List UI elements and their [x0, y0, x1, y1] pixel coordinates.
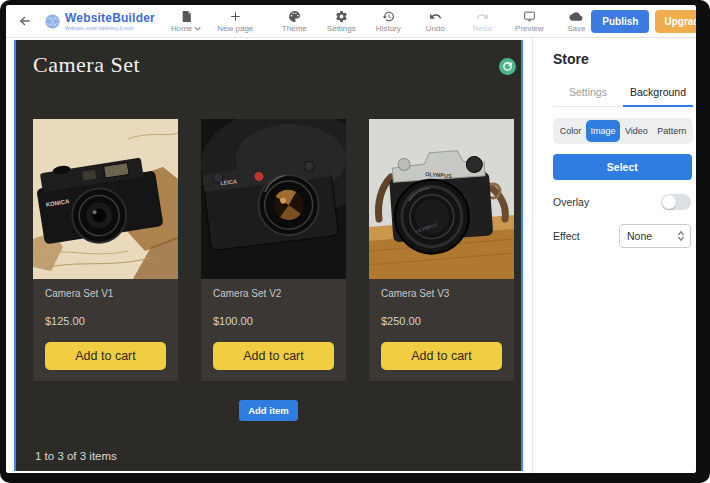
product-name: Camera Set V1 [45, 288, 166, 299]
undo-icon [429, 10, 442, 23]
monitor-icon [523, 10, 536, 23]
tab-settings[interactable]: Settings [553, 80, 623, 106]
undo-button[interactable]: Undo [420, 10, 450, 33]
effect-value: None [627, 230, 652, 242]
page-icon [180, 10, 193, 23]
segment-video[interactable]: Video [620, 120, 652, 142]
product-price: $125.00 [45, 315, 166, 327]
product-price: $250.00 [381, 315, 502, 327]
chevron-down-icon [194, 26, 201, 31]
theme-label: Theme [282, 24, 307, 33]
product-name: Camera Set V3 [381, 288, 502, 299]
product-image-2[interactable]: LEICA [201, 119, 346, 279]
upgrade-button[interactable]: Upgrade [655, 10, 696, 33]
panel-tabs: Settings Background [553, 80, 693, 107]
redo-label: Redo [473, 24, 492, 33]
home-menu[interactable]: Home [171, 10, 201, 33]
redo-button[interactable]: Redo [467, 10, 497, 33]
panel-title: Store [553, 51, 693, 67]
history-label: History [376, 24, 401, 33]
publish-button[interactable]: Publish [591, 10, 649, 33]
preview-label: Preview [515, 24, 543, 33]
preview-button[interactable]: Preview [514, 10, 544, 33]
store-section[interactable]: Camera Set [14, 40, 523, 471]
segment-pattern[interactable]: Pattern [653, 120, 691, 142]
back-arrow-icon [18, 14, 32, 28]
undo-label: Undo [426, 24, 445, 33]
main-area: Camera Set [6, 38, 696, 473]
product-image-3[interactable]: OLYMPUS OLYMPUS [369, 119, 514, 279]
segment-color[interactable]: Color [555, 120, 586, 142]
logo-icon [44, 13, 61, 30]
segment-image[interactable]: Image [586, 120, 620, 142]
toggle-knob [662, 195, 676, 209]
add-item-button[interactable]: Add item [239, 400, 298, 421]
add-to-cart-button-1[interactable]: Add to cart [45, 342, 166, 370]
effect-label: Effect [553, 230, 580, 242]
product-image-1[interactable]: KONICA [33, 119, 178, 279]
website-builder-app: WebsiteBuilder Websites, email marketing… [6, 5, 696, 473]
save-button[interactable]: Save [561, 10, 591, 33]
settings-button[interactable]: Settings [326, 10, 356, 33]
logo-title: WebsiteBuilder [65, 11, 155, 25]
redo-icon [476, 10, 489, 23]
new-page-button[interactable]: New page [217, 10, 253, 33]
logo[interactable]: WebsiteBuilder Websites, email marketing… [44, 11, 155, 31]
product-card-3[interactable]: OLYMPUS OLYMPUS Camera Set V3 [369, 119, 514, 381]
product-name: Camera Set V2 [213, 288, 334, 299]
app-window: WebsiteBuilder Websites, email marketing… [0, 0, 710, 483]
logo-tagline: Websites, email marketing & more [65, 26, 155, 31]
plus-icon [229, 10, 242, 23]
section-title[interactable]: Camera Set [33, 52, 521, 78]
toolbar: WebsiteBuilder Websites, email marketing… [6, 5, 696, 38]
product-grid: KONICA Camera Set V1 $125.00 Add [33, 119, 521, 381]
store-settings-panel: Store Settings Background Color Image Vi… [532, 38, 696, 473]
back-button[interactable] [16, 12, 34, 30]
product-info: Camera Set V1 $125.00 Add to cart [33, 279, 178, 381]
product-card-2[interactable]: LEICA Camera Set V2 [201, 119, 346, 381]
overlay-toggle[interactable] [661, 194, 691, 210]
add-to-cart-button-2[interactable]: Add to cart [213, 342, 334, 370]
editor-canvas-area: Camera Set [6, 38, 532, 473]
product-info: Camera Set V2 $100.00 Add to cart [201, 279, 346, 381]
tab-background[interactable]: Background [623, 80, 693, 107]
stepper-chevrons-icon [677, 230, 685, 242]
background-type-switcher: Color Image Video Pattern [553, 118, 693, 144]
new-page-label: New page [217, 24, 253, 33]
home-label: Home [171, 24, 192, 33]
sync-badge[interactable] [499, 58, 516, 75]
settings-label: Settings [327, 24, 356, 33]
gear-icon [335, 10, 348, 23]
history-button[interactable]: History [373, 10, 403, 33]
pagination-status: 1 to 3 of 3 items [35, 450, 521, 462]
overlay-label: Overlay [553, 196, 589, 208]
select-image-button[interactable]: Select [553, 154, 692, 180]
palette-icon [288, 10, 301, 23]
effect-dropdown[interactable]: None [619, 224, 691, 248]
add-to-cart-button-3[interactable]: Add to cart [381, 342, 502, 370]
product-info: Camera Set V3 $250.00 Add to cart [369, 279, 514, 381]
cloud-icon [569, 10, 583, 23]
save-label: Save [567, 24, 585, 33]
theme-button[interactable]: Theme [279, 10, 309, 33]
product-card-1[interactable]: KONICA Camera Set V1 $125.00 Add [33, 119, 178, 381]
history-icon [382, 10, 395, 23]
product-price: $100.00 [213, 315, 334, 327]
sync-icon [502, 61, 513, 72]
